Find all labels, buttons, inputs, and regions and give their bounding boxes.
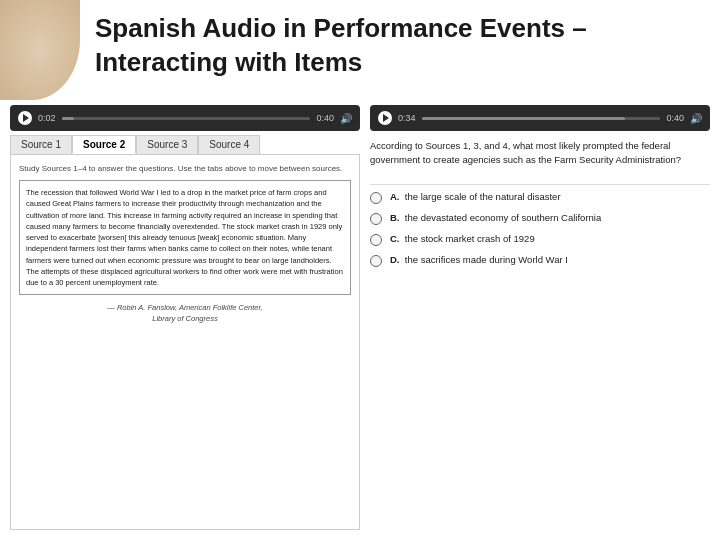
answer-option-b: B. the devastated economy of southern Ca… [370,212,710,225]
question-text: According to Sources 1, 3, and 4, what m… [370,139,710,168]
answer-option-d: D. the sacrifices made during World War … [370,254,710,267]
answer-label-a: A. the large scale of the natural disast… [390,191,561,202]
doc-body-text: The recession that followed World War I … [26,188,343,287]
doc-instruction: Study Sources 1–4 to answer the question… [19,163,351,174]
divider [370,184,710,185]
answer-options: A. the large scale of the natural disast… [370,191,710,267]
left-audio-player: 0:02 0:40 🔊 [10,105,360,131]
doc-citation-line2: Library of Congress [152,314,217,323]
tab-source-2[interactable]: Source 2 [72,135,136,154]
right-progress-fill [422,117,625,120]
answer-label-c: C. the stock market crash of 1929 [390,233,535,244]
doc-citation: — Robin A. Fanslow, American Folklife Ce… [19,303,351,324]
right-time-elapsed: 0:34 [398,113,416,123]
left-volume-icon[interactable]: 🔊 [340,113,352,124]
left-play-button[interactable] [18,111,32,125]
answer-option-a: A. the large scale of the natural disast… [370,191,710,204]
answer-letter-c: C. [390,233,400,244]
right-play-button[interactable] [378,111,392,125]
answer-text-d: the sacrifices made during World War I [405,254,568,265]
doc-text-box: The recession that followed World War I … [19,180,351,295]
tab-source-4[interactable]: Source 4 [198,135,260,154]
answer-text-b: the devastated economy of southern Calif… [405,212,601,223]
content-area: 0:02 0:40 🔊 Source 1 Source 2 Source 3 S… [10,105,710,530]
source-tabs: Source 1 Source 2 Source 3 Source 4 [10,135,360,154]
answer-letter-a: A. [390,191,400,202]
right-progress-bar[interactable] [422,117,661,120]
right-volume-icon[interactable]: 🔊 [690,113,702,124]
right-audio-player: 0:34 0:40 🔊 [370,105,710,131]
answer-label-b: B. the devastated economy of southern Ca… [390,212,601,223]
right-time-total: 0:40 [666,113,684,123]
left-progress-bar[interactable] [62,117,311,120]
answer-letter-b: B. [390,212,400,223]
decorative-circle [0,0,80,100]
right-play-icon [383,114,389,122]
radio-b[interactable] [370,213,382,225]
document-panel: Study Sources 1–4 to answer the question… [10,154,360,530]
answer-text-a: the large scale of the natural disaster [405,191,561,202]
page-title: Spanish Audio in Performance Events – In… [95,12,710,80]
right-panel: 0:34 0:40 🔊 According to Sources 1, 3, a… [370,105,710,530]
radio-a[interactable] [370,192,382,204]
left-time-elapsed: 0:02 [38,113,56,123]
radio-d[interactable] [370,255,382,267]
radio-c[interactable] [370,234,382,246]
tab-source-1[interactable]: Source 1 [10,135,72,154]
answer-letter-d: D. [390,254,400,265]
left-panel: 0:02 0:40 🔊 Source 1 Source 2 Source 3 S… [10,105,360,530]
title-area: Spanish Audio in Performance Events – In… [95,12,710,80]
left-time-total: 0:40 [316,113,334,123]
answer-option-c: C. the stock market crash of 1929 [370,233,710,246]
answer-label-d: D. the sacrifices made during World War … [390,254,568,265]
doc-citation-line1: — Robin A. Fanslow, American Folklife Ce… [107,303,262,312]
play-icon [23,114,29,122]
left-progress-fill [62,117,74,120]
tab-source-3[interactable]: Source 3 [136,135,198,154]
answer-text-c: the stock market crash of 1929 [405,233,535,244]
